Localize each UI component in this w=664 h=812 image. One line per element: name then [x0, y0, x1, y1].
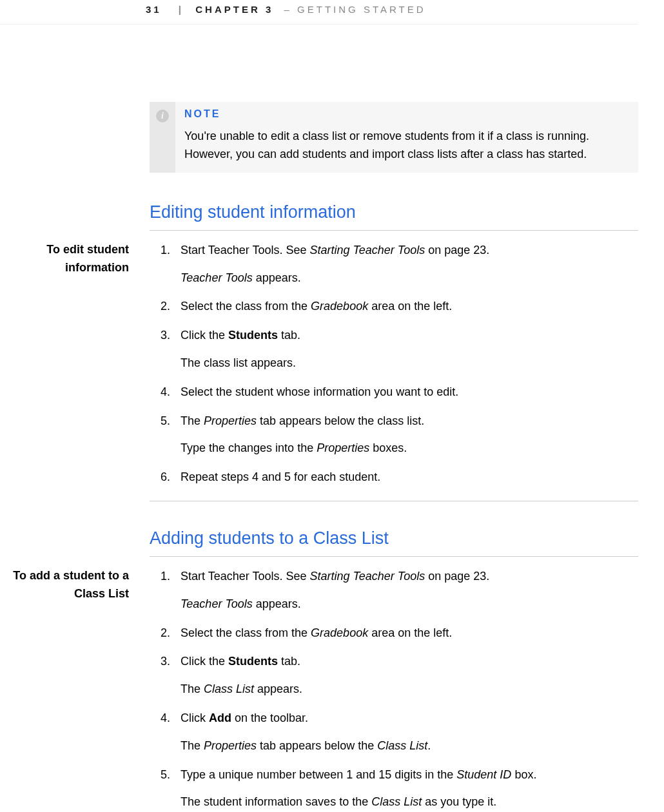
step-number: 4.	[150, 383, 181, 407]
step-item: 5.Type a unique number between 1 and 15 …	[150, 766, 638, 812]
text-run: Properties	[317, 441, 369, 454]
note-box: i NOTE You're unable to edit a class lis…	[150, 102, 638, 173]
step-item: 1.Start Teacher Tools. See Starting Teac…	[150, 567, 638, 619]
text-run: appears.	[254, 682, 302, 695]
text-run: Click the	[181, 329, 228, 342]
step-number: 2.	[150, 297, 181, 321]
text-run: Students	[228, 655, 278, 668]
chapter-title: GETTING STARTED	[297, 4, 425, 15]
step-number: 3.	[150, 652, 181, 704]
text-run: on the toolbar.	[231, 711, 308, 724]
text-run: Starting Teacher Tools	[309, 244, 425, 256]
text-run: box.	[511, 768, 536, 781]
step-body: Click Add on the toolbar.The Properties …	[181, 709, 638, 760]
text-run: .	[427, 739, 431, 752]
text-run: Click the	[181, 655, 228, 668]
text-run: Starting Teacher Tools	[309, 570, 425, 583]
text-run: Properties	[204, 739, 257, 752]
text-run: Select the student whose information you…	[181, 385, 458, 398]
section-rule	[150, 230, 638, 231]
text-run: The student information saves to the	[181, 795, 371, 808]
step-number: 2.	[150, 624, 181, 648]
step-result: The Properties tab appears below the Cla…	[181, 737, 638, 755]
chapter-label: CHAPTER 3	[195, 4, 273, 15]
text-run: Type the changes into the	[181, 441, 317, 454]
text-run: tab appears below the class list.	[257, 414, 424, 427]
step-item: 2.Select the class from the Gradebook ar…	[150, 297, 638, 321]
step-body: Select the class from the Gradebook area…	[181, 297, 638, 321]
step-text: Click the Students tab.	[181, 326, 638, 345]
step-body: Click the Students tab.The Class List ap…	[181, 652, 638, 704]
step-text: Repeat steps 4 and 5 for each student.	[181, 468, 638, 487]
step-text: Click the Students tab.	[181, 652, 638, 671]
margin-label-add-student: To add a student to a Class List	[0, 567, 129, 603]
text-run: tab.	[278, 329, 300, 342]
step-number: 1.	[150, 567, 181, 619]
text-run: on page 23.	[425, 244, 489, 256]
step-body: Repeat steps 4 and 5 for each student.	[181, 468, 638, 492]
step-body: Select the class from the Gradebook area…	[181, 624, 638, 648]
step-number: 6.	[150, 468, 181, 492]
step-item: 3.Click the Students tab.The class list …	[150, 326, 638, 378]
text-run: Start Teacher Tools. See	[181, 570, 309, 583]
step-number: 3.	[150, 326, 181, 378]
text-run: The	[181, 739, 204, 752]
step-text: The Properties tab appears below the cla…	[181, 412, 638, 430]
step-body: Start Teacher Tools. See Starting Teache…	[181, 567, 638, 619]
text-run: area on the left.	[368, 300, 452, 313]
step-result: The Class List appears.	[181, 680, 638, 699]
step-text: Click Add on the toolbar.	[181, 709, 638, 728]
text-run: Gradebook	[311, 626, 368, 639]
text-run: Select the class from the	[181, 626, 311, 639]
text-run: Type a unique number between 1 and 15 di…	[181, 768, 456, 781]
step-item: 2.Select the class from the Gradebook ar…	[150, 624, 638, 648]
text-run: Properties	[204, 414, 257, 427]
step-result: The class list appears.	[181, 354, 638, 372]
step-text: Type a unique number between 1 and 15 di…	[181, 766, 638, 784]
step-body: Click the Students tab.The class list ap…	[181, 326, 638, 378]
section-end-rule	[150, 501, 638, 501]
step-body: Select the student whose information you…	[181, 383, 638, 407]
running-header: 31 | CHAPTER 3 – GETTING STARTED	[0, 0, 638, 24]
text-run: Click	[181, 711, 209, 724]
step-result: Teacher Tools appears.	[181, 595, 638, 614]
text-run: boxes.	[369, 441, 407, 454]
page-number: 31	[146, 4, 162, 15]
section-heading-editing: Editing student information	[150, 202, 638, 222]
header-dash: –	[284, 4, 292, 15]
text-run: Repeat steps 4 and 5 for each student.	[181, 470, 380, 483]
text-run: The	[181, 682, 204, 695]
text-run: as you type it.	[422, 795, 496, 808]
text-run: The class list appears.	[181, 356, 296, 369]
step-body: The Properties tab appears below the cla…	[181, 412, 638, 463]
text-run: Teacher Tools	[181, 597, 253, 610]
step-item: 1.Start Teacher Tools. See Starting Teac…	[150, 241, 638, 293]
text-run: Start Teacher Tools. See	[181, 244, 309, 256]
step-text: Select the student whose information you…	[181, 383, 638, 401]
text-run: Student ID	[456, 768, 511, 781]
section-heading-adding: Adding students to a Class List	[150, 528, 638, 548]
text-run: on page 23.	[425, 570, 489, 583]
step-item: 6.Repeat steps 4 and 5 for each student.	[150, 468, 638, 492]
text-run: Class List	[371, 795, 422, 808]
step-number: 5.	[150, 766, 181, 812]
text-run: Select the class from the	[181, 300, 311, 313]
section-rule	[150, 556, 638, 557]
step-body: Start Teacher Tools. See Starting Teache…	[181, 241, 638, 293]
text-run: Class List	[204, 682, 254, 695]
text-run: The	[181, 414, 204, 427]
text-run: area on the left.	[368, 626, 452, 639]
step-number: 5.	[150, 412, 181, 463]
step-text: Select the class from the Gradebook area…	[181, 297, 638, 316]
text-run: Add	[209, 711, 231, 724]
step-item: 3.Click the Students tab.The Class List …	[150, 652, 638, 704]
text-run: Gradebook	[311, 300, 368, 313]
text-run: appears.	[253, 597, 301, 610]
step-text: Start Teacher Tools. See Starting Teache…	[181, 567, 638, 586]
step-result: The student information saves to the Cla…	[181, 793, 638, 811]
steps-add-student: 1.Start Teacher Tools. See Starting Teac…	[150, 567, 638, 812]
note-label: NOTE	[184, 108, 629, 120]
step-text: Select the class from the Gradebook area…	[181, 624, 638, 643]
text-run: Class List	[377, 739, 427, 752]
step-item: 5.The Properties tab appears below the c…	[150, 412, 638, 463]
